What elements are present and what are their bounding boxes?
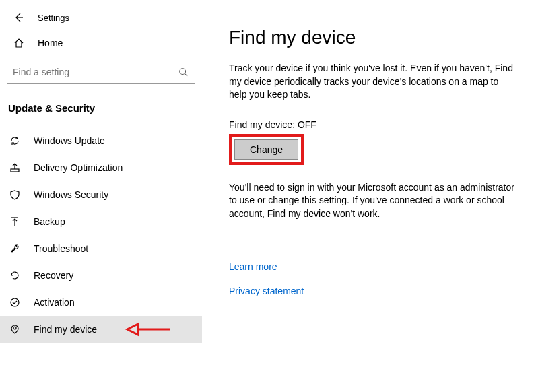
- search-box[interactable]: [7, 61, 195, 84]
- svg-line-2: [185, 74, 188, 77]
- search-icon: [178, 67, 189, 77]
- home-nav[interactable]: Home: [0, 32, 202, 54]
- sidebar-item-troubleshoot[interactable]: Troubleshoot: [0, 235, 202, 262]
- location-icon: [8, 324, 22, 335]
- header: Settings: [0, 7, 202, 32]
- sync-icon: [8, 135, 22, 146]
- sidebar-item-activation[interactable]: Activation: [0, 289, 202, 316]
- sidebar-item-label: Windows Security: [34, 189, 108, 200]
- delivery-icon: [8, 162, 22, 173]
- change-button[interactable]: Change: [234, 139, 298, 160]
- sidebar-item-find-my-device[interactable]: Find my device: [0, 316, 202, 343]
- svg-point-5: [11, 298, 19, 306]
- sidebar-item-label: Find my device: [34, 324, 97, 335]
- recovery-icon: [8, 270, 22, 281]
- svg-point-1: [180, 69, 186, 75]
- sidebar-item-label: Troubleshoot: [34, 243, 88, 254]
- nav-list: Windows Update Delivery Optimization Win…: [0, 127, 202, 343]
- sidebar-item-windows-security[interactable]: Windows Security: [0, 181, 202, 208]
- page-title: Find my device: [229, 27, 521, 48]
- backup-icon: [8, 216, 22, 227]
- svg-rect-3: [11, 169, 19, 172]
- sidebar-item-label: Backup: [34, 216, 65, 227]
- shield-icon: [8, 189, 22, 200]
- group-title: Update & Security: [0, 90, 202, 121]
- main-content: Find my device Track your device if you …: [202, 0, 534, 392]
- sidebar-item-label: Delivery Optimization: [34, 162, 123, 173]
- sidebar-item-label: Activation: [34, 297, 75, 308]
- sidebar-item-label: Windows Update: [34, 135, 105, 146]
- activation-icon: [8, 297, 22, 308]
- arrow-annotation-icon: [125, 321, 172, 338]
- privacy-link[interactable]: Privacy statement: [229, 286, 521, 296]
- home-icon: [12, 38, 26, 48]
- highlight-box: Change: [229, 134, 304, 165]
- search-input[interactable]: [13, 67, 178, 77]
- sidebar-item-windows-update[interactable]: Windows Update: [0, 127, 202, 154]
- status-text: Find my device: OFF: [229, 119, 521, 130]
- admin-note: You'll need to sign in with your Microso…: [229, 181, 519, 221]
- sidebar-item-delivery-optimization[interactable]: Delivery Optimization: [0, 154, 202, 181]
- home-label: Home: [38, 38, 63, 48]
- app-title: Settings: [38, 13, 69, 23]
- page-description: Track your device if you think you've lo…: [229, 62, 519, 102]
- sidebar-item-label: Recovery: [34, 270, 73, 281]
- svg-point-6: [13, 327, 16, 329]
- sidebar: Settings Home Update & Security Windows …: [0, 0, 202, 392]
- learn-more-link[interactable]: Learn more: [229, 261, 521, 272]
- sidebar-item-backup[interactable]: Backup: [0, 208, 202, 235]
- sidebar-item-recovery[interactable]: Recovery: [0, 262, 202, 289]
- back-icon[interactable]: [12, 12, 26, 23]
- wrench-icon: [8, 243, 22, 254]
